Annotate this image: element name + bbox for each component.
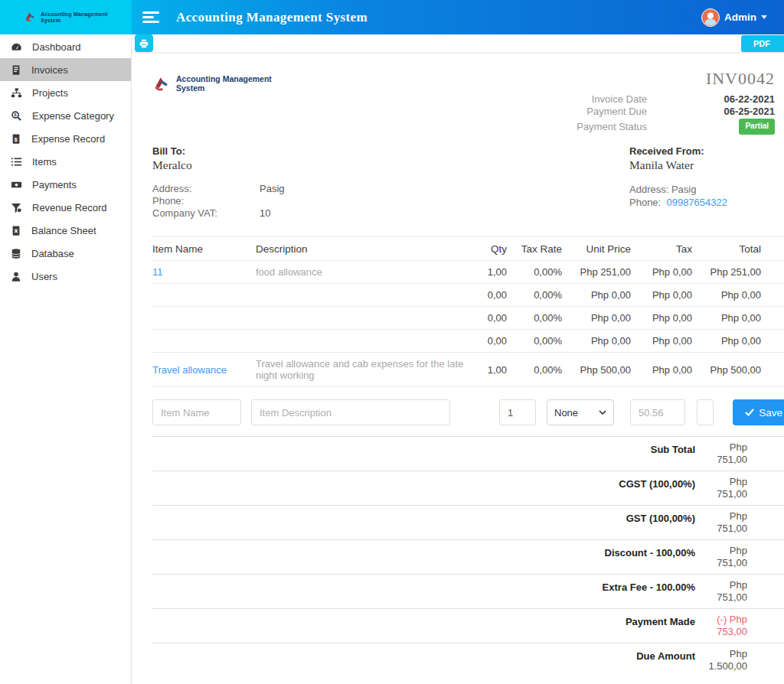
received-from-address: Pasig: [671, 184, 697, 195]
sidebar-item-label: Users: [31, 271, 57, 282]
print-button[interactable]: [135, 34, 153, 52]
total-row-extra-fee: Extra Fee - 100.00% Php 751,00: [152, 574, 784, 608]
add-item-form: None Save: [152, 399, 784, 426]
bill-to-address-label: Address:: [152, 183, 260, 195]
brand-logo-icon: [24, 11, 38, 24]
user-menu[interactable]: Admin: [701, 8, 767, 27]
invoice-toolbar: PDF: [132, 34, 784, 53]
chevron-down-icon: [599, 410, 606, 415]
col-qty: Qty: [465, 237, 507, 261]
col-tax: Tax: [631, 237, 692, 261]
item-name-link[interactable]: Travel allowance: [152, 364, 227, 376]
topbar: Accounting Management System Accounting …: [0, 0, 784, 34]
money-bill-icon: [11, 179, 22, 191]
bill-to-section: Bill To: Meralco Address:Pasig Phone: Co…: [152, 145, 629, 220]
invoice-brand: Accounting Management System: [152, 69, 272, 135]
table-row: Travel allowance Travel allowance and ca…: [152, 353, 784, 387]
item-name-input[interactable]: [152, 399, 241, 425]
save-button[interactable]: Save: [733, 399, 784, 425]
invoice-brand-line1: Accounting Management: [176, 75, 272, 84]
invoice-date-label: Invoice Date: [592, 93, 647, 106]
invoice-items-table: Item Name Description Qty Tax Rate Unit …: [152, 236, 784, 387]
total-row-due-amount: Due Amount Php 1.500,00: [152, 643, 784, 677]
col-tax-rate: Tax Rate: [507, 237, 562, 261]
sidebar-item-label: Payments: [32, 179, 77, 191]
sidebar-item-payments[interactable]: Payments: [0, 173, 131, 196]
file-dollar-icon: $: [11, 133, 21, 145]
sidebar-item-database[interactable]: Database: [0, 242, 131, 265]
invoice-number: INV0042: [577, 69, 775, 89]
received-from-section: Received From: Manila Water Address: Pas…: [629, 145, 784, 220]
bill-to-address: Pasig: [260, 183, 285, 195]
sidebar-item-label: Projects: [32, 87, 68, 99]
printer-icon: [139, 39, 149, 48]
total-row-subtotal: Sub Total Php 751,00: [152, 436, 784, 471]
sitemap-icon: [11, 87, 22, 99]
sidebar-item-expense-record[interactable]: $ Expense Record: [0, 127, 131, 150]
check-icon: [745, 409, 754, 416]
sidebar-item-users[interactable]: Users: [0, 265, 131, 288]
invoice-brand-icon: [152, 75, 172, 95]
avatar: [701, 8, 720, 27]
total-row-gst: GST (100,00%) Php 751,00: [152, 505, 784, 539]
user-icon: [11, 271, 21, 282]
extra-input[interactable]: [697, 399, 714, 425]
bill-to-phone-label: Phone:: [152, 195, 260, 207]
bill-to-vat: 10: [260, 207, 270, 220]
invoice-brand-line2: System: [176, 84, 272, 93]
sidebar-item-balance-sheet[interactable]: Balance Sheet: [0, 219, 131, 242]
received-from-name: Manila Water: [629, 158, 784, 172]
brand-text-line2: System: [41, 18, 107, 24]
search-dollar-icon: $: [11, 110, 22, 122]
invoice-icon: [11, 64, 21, 76]
invoice-date-value: 06-22-2021: [647, 93, 775, 106]
sidebar-item-label: Dashboard: [32, 41, 81, 53]
pdf-button[interactable]: PDF: [741, 35, 784, 52]
total-row-payment-made: Payment Made (-) Php753,00: [152, 608, 784, 643]
col-unit-price: Unit Price: [562, 237, 631, 261]
invoice-totals: Sub Total Php 751,00 CGST (100,00%) Php …: [152, 436, 784, 677]
col-description: Description: [256, 237, 465, 261]
sidebar: Dashboard Invoices Projects: [0, 34, 132, 684]
table-header-row: Item Name Description Qty Tax Rate Unit …: [152, 237, 784, 261]
sidebar-item-label: Revenue Record: [32, 202, 107, 213]
sidebar-item-invoices[interactable]: Invoices: [0, 58, 131, 81]
total-row-discount: Discount - 100,00% Php 751,00: [152, 539, 784, 574]
table-row: 0,00 0,00% Php 0,00 Php 0,00 Php 0,00: [152, 307, 784, 330]
received-from-address-label: Address:: [629, 184, 668, 195]
item-name-link[interactable]: 11: [152, 266, 163, 278]
sidebar-item-label: Expense Record: [31, 133, 105, 145]
sidebar-item-items[interactable]: Items: [0, 150, 131, 173]
bill-to-name: Meralco: [152, 158, 629, 172]
list-icon: [11, 156, 22, 168]
table-row: 11 food allowance 1,00 0,00% Php 251,00 …: [152, 261, 784, 284]
table-row: 0,00 0,00% Php 0,00 Php 0,00 Php 0,00: [152, 284, 784, 307]
payment-status-label: Payment Status: [577, 121, 647, 133]
user-name: Admin: [724, 11, 756, 23]
item-description-input[interactable]: [251, 399, 450, 425]
svg-text:$: $: [15, 136, 18, 142]
col-item-name: Item Name: [152, 237, 256, 261]
database-icon: [11, 248, 21, 259]
file-excel-icon: [11, 225, 21, 236]
received-from-heading: Received From:: [629, 145, 784, 157]
tax-select-value: None: [554, 407, 578, 419]
page-title: Accounting Management System: [176, 10, 368, 25]
sidebar-item-dashboard[interactable]: Dashboard: [0, 35, 131, 58]
quantity-input[interactable]: [499, 399, 536, 425]
svg-text:$: $: [14, 112, 17, 117]
col-total: Total: [692, 237, 761, 261]
payment-status-badge: Partial: [739, 119, 775, 135]
total-row-cgst: CGST (100,00%) Php 751,00: [152, 471, 784, 505]
sidebar-item-projects[interactable]: Projects: [0, 81, 131, 104]
received-from-phone-link[interactable]: 09987654322: [666, 197, 727, 208]
tax-select[interactable]: None: [547, 399, 614, 425]
table-row: 0,00 0,00% Php 0,00 Php 0,00 Php 0,00: [152, 330, 784, 353]
sidebar-item-revenue-record[interactable]: Revenue Record: [0, 196, 131, 219]
menu-toggle-icon[interactable]: [142, 9, 159, 26]
unit-price-input[interactable]: [630, 399, 685, 425]
sidebar-item-label: Expense Category: [32, 110, 114, 122]
sidebar-item-label: Invoices: [31, 64, 68, 76]
sidebar-item-label: Database: [31, 248, 74, 259]
sidebar-item-expense-category[interactable]: $ Expense Category: [0, 104, 131, 127]
